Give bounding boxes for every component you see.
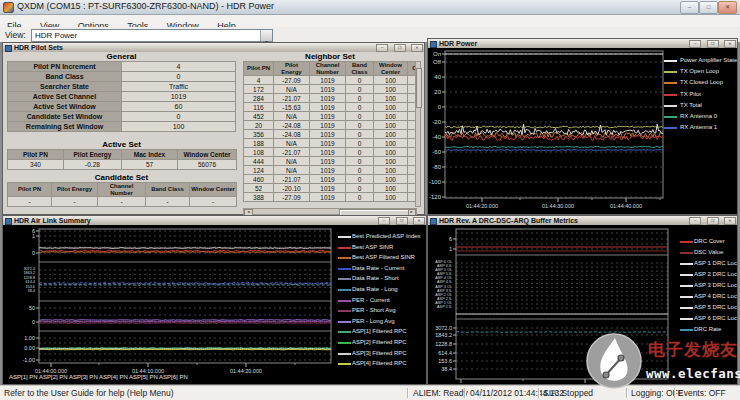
panel-close-button[interactable]: ✕ <box>411 44 423 52</box>
window-titlebar[interactable]: QXDM (COM15 : PT-SURF6300-ZRF6300-NAND) … <box>0 0 740 15</box>
table-row: 444N/A10190100 <box>244 157 418 166</box>
y-axis-tick-label: 0 <box>428 104 441 110</box>
qxdm-window: QXDM (COM15 : PT-SURF6300-ZRF6300-NAND) … <box>0 0 740 400</box>
table-value-cell: 1019 <box>310 166 346 175</box>
table-row: Active Set Channel1019 <box>8 92 236 102</box>
legend-item-label: ASP[4] Filtered RPC <box>352 360 407 366</box>
table-value-cell: 1019 <box>310 148 346 157</box>
table-value-cell: -27.09 <box>274 76 310 85</box>
table-value-cell: 100 <box>374 157 408 166</box>
table-value-cell: 100 <box>374 121 408 130</box>
panel-hdr-power: HDR Power ─ ❐ ✕ OnOff40200-20-40-60-80-1… <box>427 38 738 215</box>
table-value-cell: - <box>52 197 98 207</box>
y-axis-tick-label: 3072.0 <box>428 325 452 331</box>
panel-minimize-button[interactable]: ─ <box>689 217 701 225</box>
table-value-cell: 0 <box>346 193 374 202</box>
panel-minimize-button[interactable]: ─ <box>689 40 701 48</box>
table-header-cell: Pilot PN <box>244 62 274 76</box>
legend-swatch <box>680 307 693 309</box>
y-axis-tick-label: 614.4 <box>428 350 452 356</box>
table-value-cell: 1019 <box>310 103 346 112</box>
table-label-cell: Searcher State <box>8 82 122 92</box>
panel-icon <box>5 45 12 52</box>
table-value-cell: 1019 <box>310 76 346 85</box>
legend-item-label: Power Amplifier State <box>680 57 737 63</box>
x-axis-tick-label: 01:44:30.000 <box>526 203 590 209</box>
table-row: Candidate Set Window0 <box>8 112 236 122</box>
table-label-cell: Band Class <box>8 72 122 82</box>
y-axis-tick-label: 50 <box>3 305 35 311</box>
table-value-cell: 0 <box>346 166 374 175</box>
table-value-cell: 100 <box>374 76 408 85</box>
table-value-cell: N/A <box>274 85 310 94</box>
legend-item-label: ASP[3] Filtered RPC <box>352 350 407 356</box>
table-value-cell: 0 <box>346 121 374 130</box>
view-combobox[interactable]: HDR Power ▼ <box>31 29 273 42</box>
panel-close-button[interactable]: ✕ <box>413 217 425 225</box>
pilot-sets-content: General Pilot PN Increment4Band Class0Se… <box>3 52 424 214</box>
table-value-cell: 1019 <box>310 130 346 139</box>
table-value-cell: 124 <box>244 166 274 175</box>
panel-restore-button[interactable]: ❐ <box>394 44 406 52</box>
panel-restore-button[interactable]: ❐ <box>707 40 719 48</box>
table-value-cell: - <box>190 197 237 207</box>
air-link-title: HDR Air Link Summary <box>14 216 91 225</box>
table-value-cell: 100 <box>374 184 408 193</box>
status-aliem: ALIEM: Ready <box>413 388 468 398</box>
table-row: 172N/A10190100 <box>244 85 418 94</box>
table-value-cell: - <box>8 197 52 207</box>
table-value-cell: -24.08 <box>274 130 310 139</box>
horizontal-scrollbar[interactable]: ◄ ► <box>243 208 417 215</box>
vertical-scrollbar[interactable] <box>415 61 421 207</box>
panel-close-button[interactable]: ✕ <box>724 217 736 225</box>
table-value-cell: 52 <box>244 184 274 193</box>
table-value-cell: 0 <box>346 139 374 148</box>
table-row: 340-0.285756076 <box>8 160 237 170</box>
window-maximize-button[interactable]: □ <box>699 1 718 14</box>
y-axis-tick-label: 0 <box>3 250 35 256</box>
table-value-cell: - <box>146 197 190 207</box>
y-axis-tick-label: On <box>428 51 441 57</box>
panel-minimize-button[interactable]: ─ <box>376 44 388 52</box>
table-value-cell: 0 <box>346 94 374 103</box>
legend-swatch <box>338 300 351 302</box>
table-row: Searcher StateTraffic <box>8 82 236 92</box>
legend-swatch <box>664 116 677 118</box>
scrollbar-thumb[interactable] <box>416 68 422 108</box>
chevron-down-icon[interactable]: ▼ <box>260 30 272 41</box>
window-minimize-button[interactable]: – <box>680 1 699 14</box>
x-axis-tick-label: 01:44:40.000 <box>594 203 658 209</box>
panel-minimize-button[interactable]: ─ <box>378 217 390 225</box>
y-axis-tick-label: 0 <box>3 319 35 325</box>
legend-swatch <box>338 257 351 259</box>
table-row: 4-27.0910190100 <box>244 76 418 85</box>
table-row: 452N/A10190100 <box>244 112 418 121</box>
table-header-cell: Window Center <box>190 183 237 197</box>
table-row: 284-21.0710190100 <box>244 94 418 103</box>
table-header-cell: Mac Index <box>122 150 178 160</box>
table-value-cell: 116 <box>244 103 274 112</box>
table-row: Active Set Window60 <box>8 102 236 112</box>
legend-item-label: Data Rate - Short <box>352 275 399 281</box>
series-asp-4-filtered-rpc <box>39 349 331 350</box>
panel-hdr-air-link-summary: HDR Air Link Summary ─ ❐ ✕ 6105001.000.0… <box>2 215 427 385</box>
window-close-button[interactable]: ✕ <box>718 1 737 14</box>
x-axis-tick-label: 01:44:20.000 <box>214 368 278 374</box>
table-header-cell: Pilot PN <box>8 150 64 160</box>
panel-restore-button[interactable]: ❐ <box>396 217 408 225</box>
legend-item-label: RX Antenna 0 <box>680 113 717 119</box>
table-value-cell: 0 <box>346 103 374 112</box>
table-row: 124N/A10190100 <box>244 166 418 175</box>
table-row: ----- <box>8 197 237 207</box>
panel-close-button[interactable]: ✕ <box>724 40 736 48</box>
table-value-cell: 444 <box>244 157 274 166</box>
legend-swatch <box>664 105 677 107</box>
legend-swatch <box>664 94 677 96</box>
table-header-cell: Band Class <box>146 183 190 197</box>
x-axis-tick-label: 01:44:20.000 <box>450 203 514 209</box>
y-axis-tick-label-block: ASP 6 OL ASP 6 IL ASP 5 OL ASP 5 IL ASP … <box>428 260 452 309</box>
legend-item-label: Best ASP SINR <box>352 244 393 250</box>
table-value-cell: 100 <box>374 85 408 94</box>
panel-restore-button[interactable]: ❐ <box>707 217 719 225</box>
series-per-current <box>39 321 331 322</box>
